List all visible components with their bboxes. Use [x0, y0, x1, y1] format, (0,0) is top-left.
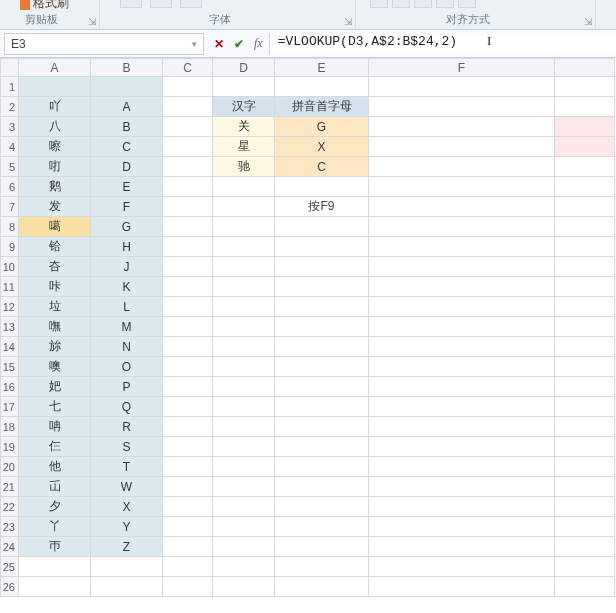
cell[interactable] — [275, 457, 369, 477]
cell[interactable]: 垃 — [19, 297, 91, 317]
cell[interactable] — [369, 257, 555, 277]
cell[interactable] — [275, 557, 369, 577]
row-header[interactable]: 2 — [1, 97, 19, 117]
cell[interactable] — [163, 117, 213, 137]
cell[interactable] — [275, 437, 369, 457]
cell[interactable] — [275, 337, 369, 357]
cell[interactable] — [555, 337, 615, 357]
cell[interactable]: S — [91, 437, 163, 457]
chevron-down-icon[interactable]: ▾ — [192, 39, 197, 49]
cell[interactable]: R — [91, 417, 163, 437]
formula-input[interactable]: =VLOOKUP(D3,A$2:B$24,2) I — [269, 33, 616, 55]
cell[interactable] — [369, 97, 555, 117]
cell[interactable]: 妑 — [19, 377, 91, 397]
dialog-launcher-icon[interactable]: ⇲ — [87, 17, 97, 27]
cell[interactable] — [163, 357, 213, 377]
cell[interactable] — [369, 537, 555, 557]
cell[interactable] — [369, 77, 555, 97]
cell[interactable] — [369, 577, 555, 597]
column-header[interactable]: F — [369, 59, 555, 77]
cell[interactable]: T — [91, 457, 163, 477]
cell[interactable]: 夻 — [19, 257, 91, 277]
cell[interactable] — [163, 277, 213, 297]
cell[interactable] — [369, 297, 555, 317]
cell[interactable] — [555, 417, 615, 437]
cell[interactable] — [555, 157, 615, 177]
row-header[interactable]: 7 — [1, 197, 19, 217]
cell[interactable] — [163, 477, 213, 497]
row-header[interactable]: 14 — [1, 337, 19, 357]
cell[interactable] — [275, 417, 369, 437]
cell[interactable] — [555, 577, 615, 597]
cell[interactable] — [275, 237, 369, 257]
cell[interactable] — [163, 377, 213, 397]
cell[interactable] — [163, 437, 213, 457]
cell[interactable]: W — [91, 477, 163, 497]
cell[interactable]: 八 — [19, 117, 91, 137]
cell[interactable]: J — [91, 257, 163, 277]
row-header[interactable]: 13 — [1, 317, 19, 337]
cell[interactable]: 仨 — [19, 437, 91, 457]
row-header[interactable]: 20 — [1, 457, 19, 477]
row-header[interactable]: 5 — [1, 157, 19, 177]
cell[interactable] — [213, 497, 275, 517]
cell[interactable] — [91, 577, 163, 597]
cell[interactable]: 帀 — [19, 537, 91, 557]
cell[interactable] — [555, 277, 615, 297]
cell[interactable]: Z — [91, 537, 163, 557]
cell[interactable] — [369, 157, 555, 177]
cell[interactable] — [213, 237, 275, 257]
cell[interactable]: 七 — [19, 397, 91, 417]
cell[interactable] — [91, 77, 163, 97]
cell[interactable] — [19, 577, 91, 597]
cell[interactable]: 发 — [19, 197, 91, 217]
cell[interactable] — [163, 517, 213, 537]
cell[interactable] — [555, 237, 615, 257]
row-header[interactable]: 16 — [1, 377, 19, 397]
cell[interactable] — [555, 197, 615, 217]
cell[interactable] — [213, 377, 275, 397]
cell[interactable] — [275, 397, 369, 417]
spreadsheet-grid[interactable]: A B C D E F 1 2 吖 A 汉字 拼音首字母 — [0, 58, 616, 613]
cell[interactable]: F — [91, 197, 163, 217]
column-header[interactable]: A — [19, 59, 91, 77]
cell[interactable] — [369, 397, 555, 417]
cell[interactable] — [555, 117, 615, 137]
cell[interactable]: P — [91, 377, 163, 397]
cell[interactable]: 屲 — [19, 477, 91, 497]
cell[interactable]: 嚓 — [19, 137, 91, 157]
cell[interactable] — [213, 177, 275, 197]
cell[interactable] — [19, 557, 91, 577]
cell[interactable] — [555, 377, 615, 397]
cell[interactable] — [275, 177, 369, 197]
row-header[interactable]: 23 — [1, 517, 19, 537]
cell[interactable] — [163, 317, 213, 337]
column-header[interactable]: C — [163, 59, 213, 77]
select-all-corner[interactable] — [1, 59, 19, 77]
cell[interactable] — [555, 97, 615, 117]
cell[interactable] — [369, 237, 555, 257]
column-header[interactable]: E — [275, 59, 369, 77]
accept-icon[interactable]: ✔ — [234, 37, 244, 51]
dialog-launcher-icon[interactable]: ⇲ — [343, 17, 353, 27]
cell[interactable] — [163, 577, 213, 597]
row-header[interactable]: 11 — [1, 277, 19, 297]
cell[interactable] — [163, 257, 213, 277]
cell[interactable]: 驰 — [213, 157, 275, 177]
cell[interactable] — [555, 77, 615, 97]
row-header[interactable]: 15 — [1, 357, 19, 377]
row-header[interactable]: 6 — [1, 177, 19, 197]
cell[interactable] — [369, 557, 555, 577]
cell[interactable] — [555, 537, 615, 557]
cell[interactable] — [369, 117, 555, 137]
cell[interactable] — [555, 257, 615, 277]
cell[interactable] — [369, 317, 555, 337]
row-header[interactable]: 24 — [1, 537, 19, 557]
cell[interactable] — [555, 437, 615, 457]
cell[interactable] — [555, 317, 615, 337]
cell[interactable]: E — [91, 177, 163, 197]
cell[interactable]: A — [91, 97, 163, 117]
cell[interactable] — [163, 337, 213, 357]
cell[interactable] — [213, 517, 275, 537]
row-header[interactable]: 4 — [1, 137, 19, 157]
